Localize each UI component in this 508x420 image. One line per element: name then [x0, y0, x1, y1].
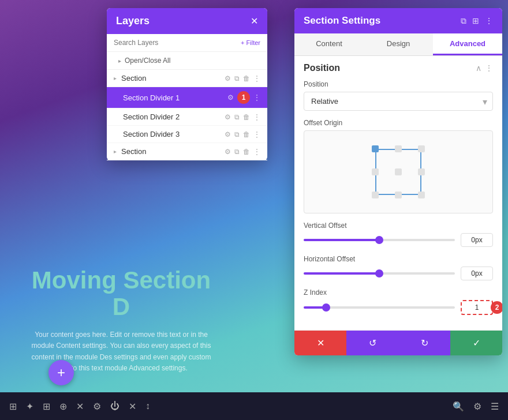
minimize-icon[interactable]: ⧉ [461, 16, 466, 26]
vertical-slider-thumb[interactable] [375, 236, 383, 244]
delete-icon[interactable]: 🗑 [243, 130, 250, 138]
open-close-label: Open/Close All [125, 57, 170, 65]
layer-actions: ⚙ ⧉ 🗑 ⋮ [225, 148, 260, 156]
horizontal-offset-input[interactable] [461, 267, 493, 280]
vertical-offset-control [304, 233, 493, 247]
cancel-button[interactable]: ✕ [294, 331, 346, 355]
z-index-label: Z Index [304, 288, 493, 297]
main-heading: Moving Section D [29, 267, 214, 320]
search-icon[interactable]: 🔍 [453, 401, 464, 412]
copy-icon[interactable]: ⧉ [234, 148, 240, 156]
layer-item-section-2[interactable]: ▸ Section ⚙ ⧉ 🗑 ⋮ [107, 143, 267, 160]
origin-dot-mid-center[interactable] [395, 168, 402, 175]
settings-title: Section Settings [304, 15, 380, 27]
origin-dot-mid-left[interactable] [372, 168, 379, 175]
horizontal-slider-track[interactable] [304, 272, 455, 275]
layer-name: Section [121, 147, 221, 156]
settings-body: Position ∧ ⋮ Position Static Relative Ab… [294, 56, 502, 330]
tab-design[interactable]: Design [364, 33, 433, 55]
z-index-control: 2 [304, 300, 493, 315]
layer-item-section-divider-3[interactable]: Section Divider 3 ⚙ ⧉ 🗑 ⋮ [107, 126, 267, 143]
remove-icon[interactable]: ✕ [129, 401, 136, 412]
more-icon[interactable]: ⋮ [253, 113, 260, 121]
horizontal-offset-control [304, 267, 493, 280]
layers-search: + Filter [107, 34, 267, 52]
redo-button[interactable]: ↻ [398, 331, 450, 355]
resize-icon[interactable]: ↕ [145, 401, 150, 411]
layer-item-section-divider-1[interactable]: Section Divider 1 ⚙ 1 ⋮ [107, 87, 267, 108]
z-index-slider-track[interactable] [304, 306, 455, 309]
undo-icon: ↺ [369, 337, 376, 348]
settings-icon[interactable]: ⚙ [93, 401, 101, 412]
origin-dot-top-left[interactable] [372, 145, 379, 152]
delete-icon[interactable]: 🗑 [243, 74, 250, 82]
menu-icon[interactable]: ☰ [491, 401, 499, 412]
add-fab-button[interactable]: + [48, 360, 74, 385]
tab-content[interactable]: Content [294, 33, 364, 55]
settings-footer: ✕ ↺ ↻ ✓ [294, 330, 502, 355]
layer-item-section-divider-2[interactable]: Section Divider 2 ⚙ ⧉ 🗑 ⋮ [107, 108, 267, 126]
settings-tabs: Content Design Advanced [294, 33, 502, 56]
badge-1: 1 [237, 91, 250, 104]
more-icon[interactable]: ⋮ [253, 93, 260, 102]
settings-icon[interactable]: ⚙ [225, 113, 231, 121]
copy-icon[interactable]: ⧉ [234, 130, 240, 138]
search-input[interactable] [114, 39, 236, 47]
horizontal-slider-thumb[interactable] [375, 269, 383, 278]
settings-icon[interactable]: ⚙ [225, 130, 231, 138]
origin-dot-mid-right[interactable] [418, 168, 425, 175]
layers-header: Layers ✕ [107, 8, 267, 34]
settings-icon[interactable]: ⚙ [225, 148, 231, 156]
copy-icon[interactable]: ⧉ [234, 113, 240, 121]
badge-2: 2 [491, 301, 502, 314]
close-icon[interactable]: ✕ [76, 401, 84, 412]
grid-icon[interactable]: ⊞ [9, 401, 17, 412]
undo-button[interactable]: ↺ [346, 331, 398, 355]
layout-icon[interactable]: ⊞ [43, 401, 50, 412]
settings-icon[interactable]: ⚙ [227, 93, 234, 102]
layer-actions: ⚙ 1 ⋮ [227, 91, 260, 104]
vertical-offset-input[interactable] [461, 233, 493, 247]
collapse-icon[interactable]: ∧ [476, 63, 481, 73]
z-index-input[interactable] [461, 300, 493, 315]
origin-dot-top-center[interactable] [395, 145, 402, 152]
star-icon[interactable]: ✦ [26, 401, 33, 412]
more-icon[interactable]: ⋮ [253, 74, 260, 82]
delete-icon[interactable]: 🗑 [243, 113, 250, 121]
origin-dot-top-right[interactable] [418, 145, 425, 152]
add-icon[interactable]: ⊕ [59, 401, 67, 412]
vertical-slider-track[interactable] [304, 239, 455, 241]
position-select[interactable]: Static Relative Absolute Fixed [304, 92, 493, 111]
origin-dot-bot-left[interactable] [372, 192, 379, 198]
more-icon[interactable]: ⋮ [253, 130, 260, 138]
filter-button[interactable]: + Filter [241, 39, 260, 46]
save-button[interactable]: ✓ [450, 331, 502, 355]
offset-origin-container [304, 130, 493, 213]
position-header-icons: ∧ ⋮ [476, 63, 493, 73]
arrow-icon: ▸ [114, 75, 117, 81]
more-icon[interactable]: ⋮ [253, 148, 260, 156]
toolbar-right: 🔍 ⚙ ☰ [453, 401, 499, 412]
layers-close-button[interactable]: ✕ [251, 16, 258, 27]
position-section-header: Position ∧ ⋮ [304, 63, 493, 73]
power-icon[interactable]: ⏻ [110, 401, 119, 411]
expand-icon[interactable]: ⊞ [472, 16, 479, 25]
main-content-area: Moving Section D Your content goes here.… [29, 267, 214, 374]
tab-advanced[interactable]: Advanced [433, 33, 502, 55]
origin-dot-bot-right[interactable] [418, 192, 425, 198]
copy-icon[interactable]: ⧉ [234, 74, 240, 82]
cancel-icon: ✕ [317, 337, 324, 348]
origin-grid [367, 140, 430, 204]
more-options-icon[interactable]: ⋮ [485, 16, 493, 25]
z-index-slider-thumb[interactable] [322, 303, 330, 312]
position-select-wrapper: Static Relative Absolute Fixed ▾ [304, 92, 493, 111]
gear-icon[interactable]: ⚙ [473, 401, 481, 412]
settings-icon[interactable]: ⚙ [225, 74, 231, 82]
origin-dot-bot-center[interactable] [395, 192, 402, 198]
vertical-offset-row: Vertical Offset [304, 222, 493, 247]
position-title: Position [304, 63, 340, 73]
delete-icon[interactable]: 🗑 [243, 148, 250, 156]
open-close-all-button[interactable]: Open/Close All [107, 52, 267, 70]
more-icon[interactable]: ⋮ [485, 63, 493, 73]
layer-item-section-1[interactable]: ▸ Section ⚙ ⧉ 🗑 ⋮ [107, 70, 267, 87]
